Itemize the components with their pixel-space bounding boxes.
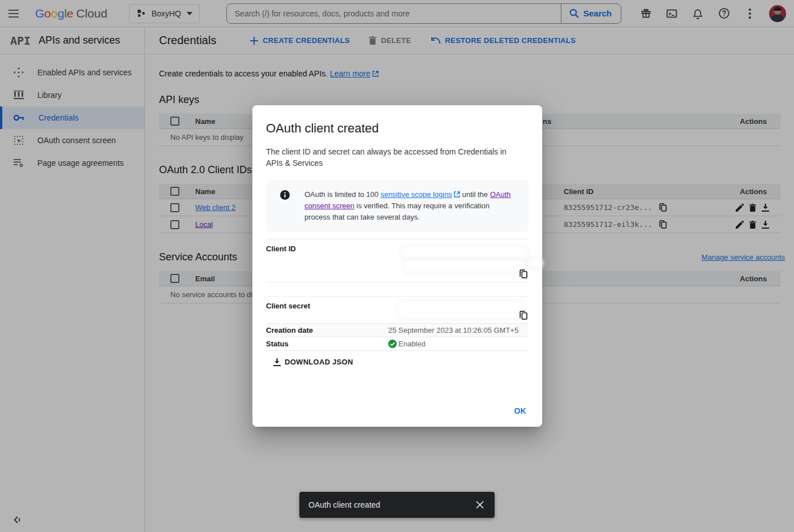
oauth-client-created-dialog: OAuth client created The client ID and s…	[252, 105, 542, 427]
close-icon[interactable]	[474, 499, 486, 510]
status-enabled-check-icon	[388, 340, 397, 348]
copy-icon[interactable]	[520, 269, 527, 278]
ok-button[interactable]: OK	[514, 406, 526, 415]
dialog-fields: Client ID Client secret Creation date 25…	[266, 239, 529, 351]
dialog-subtitle: The client ID and secret can always be a…	[266, 146, 522, 169]
client-secret-label: Client secret	[266, 297, 388, 323]
copy-icon[interactable]	[520, 311, 527, 320]
client-id-redacted	[527, 259, 543, 268]
download-json-button[interactable]: DOWNLOAD JSON	[273, 358, 353, 366]
info-icon	[280, 190, 290, 200]
client-id-redacted	[404, 260, 526, 272]
toast-message: OAuth client created	[308, 500, 380, 509]
sensitive-scope-logins-link[interactable]: sensitive scope logins	[380, 190, 452, 199]
creation-date-row: Creation date 25 September 2023 at 10:26…	[266, 324, 529, 337]
download-icon	[273, 358, 281, 366]
status-row: Status Enabled	[266, 337, 529, 351]
status-value: Enabled	[398, 340, 426, 348]
client-id-label: Client ID	[266, 239, 388, 282]
status-label: Status	[266, 337, 388, 350]
external-link-icon	[454, 191, 460, 198]
client-secret-redacted	[398, 301, 525, 319]
client-id-redacted	[401, 246, 527, 259]
note-text: OAuth is limited to 100 sensitive scope …	[304, 189, 515, 223]
dialog-note: OAuth is limited to 100 sensitive scope …	[266, 180, 529, 232]
toast-snackbar: OAuth client created	[299, 492, 495, 518]
client-secret-row: Client secret	[266, 296, 529, 324]
creation-date-value: 25 September 2023 at 10:26:05 GMT+5	[388, 324, 529, 337]
creation-date-label: Creation date	[266, 324, 388, 337]
client-id-row: Client ID	[266, 239, 529, 282]
dialog-title: OAuth client created	[266, 121, 529, 136]
